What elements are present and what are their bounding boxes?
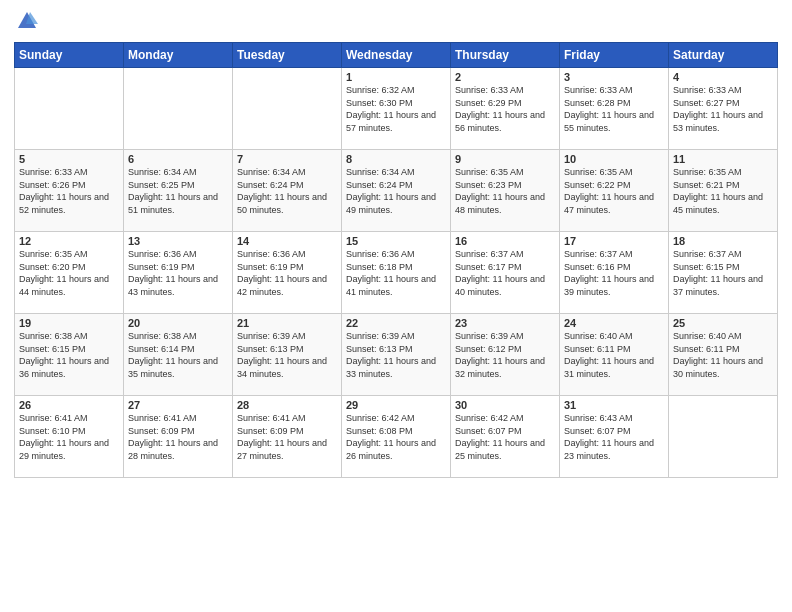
weekday-header: Wednesday [342,43,451,68]
logo-icon [16,10,38,32]
day-info: Sunrise: 6:37 AM Sunset: 6:15 PM Dayligh… [673,248,773,298]
calendar-table: SundayMondayTuesdayWednesdayThursdayFrid… [14,42,778,478]
day-number: 6 [128,153,228,165]
calendar-cell: 23Sunrise: 6:39 AM Sunset: 6:12 PM Dayli… [451,314,560,396]
calendar-cell: 13Sunrise: 6:36 AM Sunset: 6:19 PM Dayli… [124,232,233,314]
day-number: 4 [673,71,773,83]
day-number: 21 [237,317,337,329]
day-number: 11 [673,153,773,165]
day-info: Sunrise: 6:34 AM Sunset: 6:25 PM Dayligh… [128,166,228,216]
day-number: 9 [455,153,555,165]
day-number: 19 [19,317,119,329]
day-info: Sunrise: 6:37 AM Sunset: 6:17 PM Dayligh… [455,248,555,298]
day-info: Sunrise: 6:34 AM Sunset: 6:24 PM Dayligh… [346,166,446,216]
day-info: Sunrise: 6:34 AM Sunset: 6:24 PM Dayligh… [237,166,337,216]
day-number: 22 [346,317,446,329]
day-number: 25 [673,317,773,329]
calendar-cell: 6Sunrise: 6:34 AM Sunset: 6:25 PM Daylig… [124,150,233,232]
day-number: 13 [128,235,228,247]
calendar-cell: 1Sunrise: 6:32 AM Sunset: 6:30 PM Daylig… [342,68,451,150]
day-number: 31 [564,399,664,411]
day-info: Sunrise: 6:39 AM Sunset: 6:13 PM Dayligh… [346,330,446,380]
calendar-cell: 20Sunrise: 6:38 AM Sunset: 6:14 PM Dayli… [124,314,233,396]
day-info: Sunrise: 6:38 AM Sunset: 6:15 PM Dayligh… [19,330,119,380]
day-info: Sunrise: 6:41 AM Sunset: 6:09 PM Dayligh… [237,412,337,462]
calendar-cell: 27Sunrise: 6:41 AM Sunset: 6:09 PM Dayli… [124,396,233,478]
day-info: Sunrise: 6:42 AM Sunset: 6:08 PM Dayligh… [346,412,446,462]
calendar-cell: 9Sunrise: 6:35 AM Sunset: 6:23 PM Daylig… [451,150,560,232]
day-number: 26 [19,399,119,411]
calendar-cell: 28Sunrise: 6:41 AM Sunset: 6:09 PM Dayli… [233,396,342,478]
calendar-cell: 25Sunrise: 6:40 AM Sunset: 6:11 PM Dayli… [669,314,778,396]
day-number: 8 [346,153,446,165]
day-info: Sunrise: 6:36 AM Sunset: 6:19 PM Dayligh… [128,248,228,298]
calendar-cell: 30Sunrise: 6:42 AM Sunset: 6:07 PM Dayli… [451,396,560,478]
calendar-cell: 3Sunrise: 6:33 AM Sunset: 6:28 PM Daylig… [560,68,669,150]
weekday-header: Friday [560,43,669,68]
day-info: Sunrise: 6:41 AM Sunset: 6:10 PM Dayligh… [19,412,119,462]
weekday-header: Sunday [15,43,124,68]
calendar-cell: 22Sunrise: 6:39 AM Sunset: 6:13 PM Dayli… [342,314,451,396]
day-number: 12 [19,235,119,247]
day-info: Sunrise: 6:35 AM Sunset: 6:20 PM Dayligh… [19,248,119,298]
calendar-cell: 18Sunrise: 6:37 AM Sunset: 6:15 PM Dayli… [669,232,778,314]
day-number: 23 [455,317,555,329]
day-info: Sunrise: 6:39 AM Sunset: 6:13 PM Dayligh… [237,330,337,380]
day-number: 1 [346,71,446,83]
day-number: 5 [19,153,119,165]
day-info: Sunrise: 6:33 AM Sunset: 6:29 PM Dayligh… [455,84,555,134]
logo [14,10,38,36]
calendar-cell: 2Sunrise: 6:33 AM Sunset: 6:29 PM Daylig… [451,68,560,150]
day-number: 2 [455,71,555,83]
day-number: 10 [564,153,664,165]
calendar-cell [669,396,778,478]
calendar-cell: 17Sunrise: 6:37 AM Sunset: 6:16 PM Dayli… [560,232,669,314]
calendar-cell: 16Sunrise: 6:37 AM Sunset: 6:17 PM Dayli… [451,232,560,314]
day-info: Sunrise: 6:43 AM Sunset: 6:07 PM Dayligh… [564,412,664,462]
calendar-cell: 12Sunrise: 6:35 AM Sunset: 6:20 PM Dayli… [15,232,124,314]
calendar-cell: 19Sunrise: 6:38 AM Sunset: 6:15 PM Dayli… [15,314,124,396]
day-info: Sunrise: 6:40 AM Sunset: 6:11 PM Dayligh… [673,330,773,380]
calendar-cell: 14Sunrise: 6:36 AM Sunset: 6:19 PM Dayli… [233,232,342,314]
calendar-cell: 31Sunrise: 6:43 AM Sunset: 6:07 PM Dayli… [560,396,669,478]
weekday-header: Tuesday [233,43,342,68]
calendar-cell: 26Sunrise: 6:41 AM Sunset: 6:10 PM Dayli… [15,396,124,478]
day-number: 20 [128,317,228,329]
day-info: Sunrise: 6:38 AM Sunset: 6:14 PM Dayligh… [128,330,228,380]
calendar-cell: 10Sunrise: 6:35 AM Sunset: 6:22 PM Dayli… [560,150,669,232]
calendar-week-row: 1Sunrise: 6:32 AM Sunset: 6:30 PM Daylig… [15,68,778,150]
day-info: Sunrise: 6:35 AM Sunset: 6:23 PM Dayligh… [455,166,555,216]
day-info: Sunrise: 6:37 AM Sunset: 6:16 PM Dayligh… [564,248,664,298]
calendar-cell [15,68,124,150]
day-number: 30 [455,399,555,411]
calendar-cell: 5Sunrise: 6:33 AM Sunset: 6:26 PM Daylig… [15,150,124,232]
calendar-cell: 7Sunrise: 6:34 AM Sunset: 6:24 PM Daylig… [233,150,342,232]
calendar-cell: 21Sunrise: 6:39 AM Sunset: 6:13 PM Dayli… [233,314,342,396]
calendar-cell: 4Sunrise: 6:33 AM Sunset: 6:27 PM Daylig… [669,68,778,150]
weekday-header: Thursday [451,43,560,68]
day-info: Sunrise: 6:42 AM Sunset: 6:07 PM Dayligh… [455,412,555,462]
day-number: 7 [237,153,337,165]
day-number: 14 [237,235,337,247]
calendar-cell: 24Sunrise: 6:40 AM Sunset: 6:11 PM Dayli… [560,314,669,396]
page: SundayMondayTuesdayWednesdayThursdayFrid… [0,0,792,612]
day-info: Sunrise: 6:35 AM Sunset: 6:21 PM Dayligh… [673,166,773,216]
calendar-week-row: 26Sunrise: 6:41 AM Sunset: 6:10 PM Dayli… [15,396,778,478]
day-number: 24 [564,317,664,329]
day-number: 3 [564,71,664,83]
day-info: Sunrise: 6:33 AM Sunset: 6:26 PM Dayligh… [19,166,119,216]
day-info: Sunrise: 6:39 AM Sunset: 6:12 PM Dayligh… [455,330,555,380]
day-number: 27 [128,399,228,411]
calendar-cell: 8Sunrise: 6:34 AM Sunset: 6:24 PM Daylig… [342,150,451,232]
day-info: Sunrise: 6:36 AM Sunset: 6:19 PM Dayligh… [237,248,337,298]
weekday-header: Monday [124,43,233,68]
day-info: Sunrise: 6:32 AM Sunset: 6:30 PM Dayligh… [346,84,446,134]
calendar-week-row: 12Sunrise: 6:35 AM Sunset: 6:20 PM Dayli… [15,232,778,314]
weekday-header: Saturday [669,43,778,68]
header [14,10,778,36]
day-number: 15 [346,235,446,247]
day-info: Sunrise: 6:35 AM Sunset: 6:22 PM Dayligh… [564,166,664,216]
calendar-cell [124,68,233,150]
calendar-cell: 11Sunrise: 6:35 AM Sunset: 6:21 PM Dayli… [669,150,778,232]
day-info: Sunrise: 6:41 AM Sunset: 6:09 PM Dayligh… [128,412,228,462]
